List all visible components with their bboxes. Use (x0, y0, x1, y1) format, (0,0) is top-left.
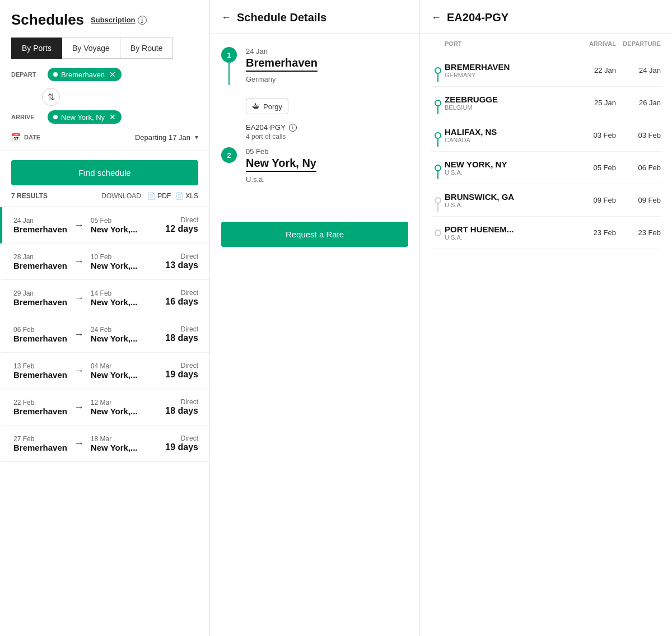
port-departure: 23 Feb (616, 228, 661, 237)
port-dot-col (431, 132, 445, 139)
stop-1-date: 24 Jan (246, 47, 318, 55)
port-row: ZEEBRUGGE BELGIUM 25 Jan 26 Jan (431, 87, 661, 119)
stop-1-city: Bremerhaven (246, 57, 318, 72)
pdf-download-link[interactable]: 📄 PDF (147, 192, 171, 200)
port-country: GERMANY (445, 72, 571, 78)
direct-label: Direct (148, 325, 198, 333)
results-count: 7 RESULTS (11, 192, 48, 200)
result-item[interactable]: 06 Feb Bremerhaven → 24 Feb New York,...… (0, 316, 209, 353)
arrive-port: New York,... (91, 297, 138, 307)
result-item[interactable]: 24 Jan Bremerhaven → 05 Feb New York,...… (0, 207, 209, 244)
depart-date: 22 Feb (13, 399, 67, 406)
connector-line-1 (228, 63, 230, 85)
route-arrow-icon: → (74, 365, 84, 377)
days-value: 13 days (148, 260, 198, 270)
result-item[interactable]: 27 Feb Bremerhaven → 18 Mar New York,...… (0, 425, 209, 462)
port-dot-col (431, 100, 445, 106)
port-dot-col (431, 197, 445, 204)
port-main-name: PORT HUENEM... (445, 225, 571, 234)
tab-by-route[interactable]: By Route (120, 38, 174, 59)
stop-2-city: New York, Ny (246, 157, 316, 172)
pdf-icon: 📄 (147, 192, 156, 200)
depart-remove-icon[interactable]: ✕ (109, 70, 116, 79)
result-item[interactable]: 29 Jan Bremerhaven → 14 Feb New York,...… (0, 280, 209, 316)
download-label: DOWNLOAD: (101, 192, 143, 200)
port-name-col: HALIFAX, NS CANADA (445, 127, 571, 143)
route-arrow-icon: → (74, 256, 84, 268)
arrive-block: 12 Mar New York,... (91, 399, 138, 416)
port-main-name: BREMERHAVEN (445, 62, 571, 72)
direct-block: Direct 18 days (148, 398, 198, 416)
date-chevron-icon[interactable]: ▾ (195, 133, 198, 141)
port-dot-col (431, 165, 445, 171)
port-dot (435, 67, 441, 74)
port-country: U.S.A. (445, 169, 571, 176)
stop-1-info: 24 Jan Bremerhaven Germany (246, 47, 318, 87)
port-arrival: 03 Feb (571, 131, 616, 139)
days-value: 19 days (148, 442, 198, 452)
depart-label: DEPART (11, 71, 42, 78)
download-section: DOWNLOAD: 📄 PDF 📄 XLS (101, 192, 198, 200)
port-arrival: 05 Feb (571, 163, 616, 172)
direct-block: Direct 19 days (148, 362, 198, 380)
arrive-remove-icon[interactable]: ✕ (109, 113, 116, 121)
route-info: 28 Jan Bremerhaven → 10 Feb New York,... (13, 253, 148, 270)
schedule-content: 1 24 Jan Bremerhaven Germany ⛴ Porgy EA2… (210, 34, 419, 208)
results-bar: 7 RESULTS DOWNLOAD: 📄 PDF 📄 XLS (0, 185, 209, 207)
result-item[interactable]: 13 Feb Bremerhaven → 04 Mar New York,...… (0, 353, 209, 389)
results-list: 24 Jan Bremerhaven → 05 Feb New York,...… (0, 207, 209, 636)
xls-download-link[interactable]: 📄 XLS (175, 192, 198, 200)
depart-block: 22 Feb Bremerhaven (13, 399, 67, 416)
arrive-date: 18 Mar (91, 435, 138, 443)
port-dot-col (431, 230, 445, 236)
arrive-chip: New York, Ny ✕ (48, 110, 122, 124)
panel-title-row: Schedules Subscription i (11, 11, 198, 29)
depart-block: 27 Feb Bremerhaven (13, 435, 67, 452)
port-name-col: NEW YORK, NY U.S.A. (445, 160, 571, 176)
find-schedule-button[interactable]: Find schedule (11, 160, 198, 185)
xls-icon: 📄 (175, 192, 184, 200)
port-main-name: NEW YORK, NY (445, 160, 571, 169)
request-rate-button[interactable]: Request a Rate (221, 222, 408, 247)
port-country: BELGIUM (445, 104, 571, 111)
depart-port: Bremerhaven (13, 443, 67, 452)
days-value: 16 days (148, 297, 198, 307)
direct-block: Direct 13 days (148, 252, 198, 270)
days-value: 12 days (148, 224, 198, 234)
right-panel: ← EA204-PGY PORT ARRIVAL DEPARTURE BREME… (420, 0, 672, 636)
chip-dot (53, 72, 58, 77)
swap-button[interactable]: ⇅ (42, 88, 60, 106)
days-value: 18 days (148, 406, 198, 416)
arrive-block: 18 Mar New York,... (91, 435, 138, 452)
route-info-icon[interactable]: i (289, 124, 297, 132)
result-item[interactable]: 28 Jan Bremerhaven → 10 Feb New York,...… (0, 244, 209, 280)
left-panel: Schedules Subscription i By Ports By Voy… (0, 0, 210, 636)
tab-by-voyage[interactable]: By Voyage (62, 38, 120, 59)
tab-by-ports[interactable]: By Ports (11, 38, 62, 59)
port-name-col: BREMERHAVEN GERMANY (445, 62, 571, 78)
port-departure: 03 Feb (616, 131, 661, 139)
result-item[interactable]: 22 Feb Bremerhaven → 12 Mar New York,...… (0, 389, 209, 425)
subscription-info-icon[interactable]: i (138, 16, 147, 25)
arrive-port: New York,... (91, 261, 138, 270)
port-country: U.S.A. (445, 202, 571, 208)
arrive-block: 04 Mar New York,... (91, 362, 138, 380)
days-value: 19 days (148, 370, 198, 380)
col-port-header: PORT (431, 40, 571, 47)
port-dot (435, 230, 441, 236)
days-value: 18 days (148, 333, 198, 343)
depart-port: Bremerhaven (13, 297, 67, 307)
ports-table: PORT ARRIVAL DEPARTURE BREMERHAVEN GERMA… (420, 34, 672, 249)
subscription-link[interactable]: Subscription i (91, 16, 146, 25)
right-back-icon[interactable]: ← (431, 12, 441, 24)
port-dot (435, 100, 441, 106)
port-row: HALIFAX, NS CANADA 03 Feb 03 Feb (431, 119, 661, 152)
route-title: EA204-PGY (447, 11, 508, 24)
direct-label: Direct (148, 216, 198, 224)
date-row: 📅 DATE Departing 17 Jan ▾ (11, 133, 198, 142)
port-row: BREMERHAVEN GERMANY 22 Jan 24 Jan (431, 54, 661, 87)
arrive-date: 24 Feb (91, 326, 138, 334)
back-icon[interactable]: ← (221, 12, 231, 24)
depart-date: 27 Feb (13, 435, 67, 443)
route-info: 13 Feb Bremerhaven → 04 Mar New York,... (13, 362, 148, 380)
